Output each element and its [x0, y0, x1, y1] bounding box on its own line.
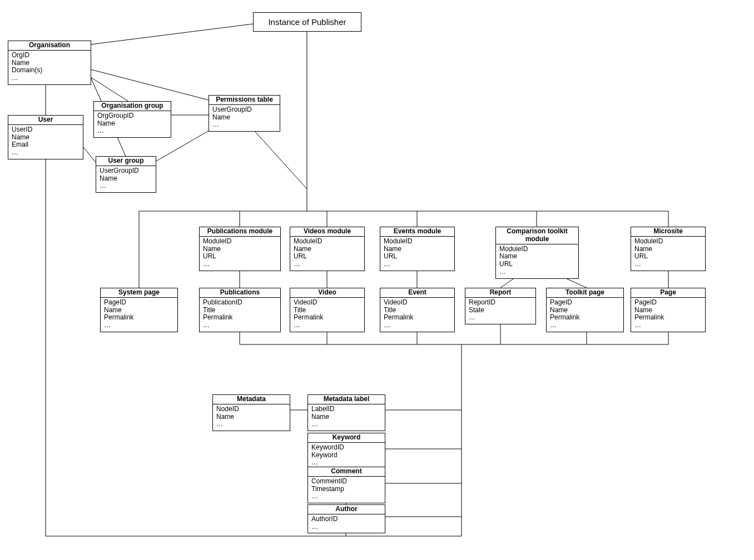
entity-attr: Title	[203, 307, 277, 314]
entity-attr: PageID	[634, 299, 702, 307]
entity-attr: …	[203, 261, 277, 268]
entity-attr: URL	[384, 253, 451, 261]
svg-line-0	[91, 24, 253, 44]
entity-attr: …	[311, 459, 381, 467]
entity-permissions-table: Permissions table UserGroupID Name …	[209, 95, 280, 132]
entity-attr: OrgID	[12, 52, 87, 59]
entity-attr: UserID	[12, 126, 80, 134]
entity-publications: Publications PublicationID Title Permali…	[199, 288, 281, 332]
entity-user-group: User group UserGroupID Name …	[96, 156, 156, 193]
entity-attr: …	[294, 261, 361, 268]
entity-attr: AuthorID	[311, 516, 381, 523]
entity-attr: LabelID	[311, 406, 381, 413]
entity-attr: Keyword	[311, 452, 381, 459]
entity-title: Page	[631, 288, 705, 298]
entity-attr: Name	[550, 307, 620, 314]
entity-attr: ModuleID	[203, 238, 277, 246]
entity-attr: Name	[294, 246, 361, 253]
entity-videos-module: Videos module ModuleID Name URL …	[290, 227, 365, 271]
entity-attr: UserGroupID	[100, 167, 152, 175]
entity-attr: …	[294, 322, 361, 329]
entity-attr: Name	[384, 246, 451, 253]
entity-attr: …	[469, 314, 532, 322]
entity-title: User	[8, 116, 83, 125]
entity-attr: Permalink	[634, 314, 702, 322]
entity-attr: Domain(s)	[12, 67, 87, 74]
entity-page: Page PageID Name Permalink …	[631, 288, 706, 332]
entity-attr: VideoID	[294, 299, 361, 307]
entity-attr: Title	[294, 307, 361, 314]
entity-attr: …	[97, 127, 167, 135]
entity-attr: URL	[634, 253, 702, 261]
svg-line-3	[91, 77, 132, 104]
entity-attr: …	[634, 261, 702, 268]
entity-report: Report ReportID State …	[465, 288, 536, 324]
entity-attr: …	[311, 421, 381, 428]
entity-title: Video	[290, 288, 364, 298]
entity-metadata-label: Metadata label LabelID Name …	[307, 394, 385, 431]
entity-video: Video VideoID Title Permalink …	[290, 288, 365, 332]
entity-attr: …	[12, 74, 87, 82]
svg-line-9	[249, 124, 307, 189]
entity-author: Author AuthorID …	[307, 504, 385, 533]
entity-attr: ReportID	[469, 299, 532, 307]
entity-title: Publications	[200, 288, 280, 298]
entity-attr: …	[550, 322, 620, 329]
entity-attr: UserGroupID	[212, 106, 276, 114]
entity-attr: …	[384, 322, 451, 329]
entity-attr: NodeID	[216, 406, 286, 413]
entity-attr: Name	[634, 246, 702, 253]
entity-keyword: Keyword KeywordID Keyword …	[307, 433, 385, 469]
entity-title: Author	[308, 505, 385, 514]
entity-attr: Name	[12, 59, 87, 67]
entity-attr: …	[311, 523, 381, 531]
entity-attr: …	[384, 261, 451, 268]
entity-attr: URL	[294, 253, 361, 261]
entity-organisation-group: Organisation group OrgGroupID Name …	[93, 101, 171, 138]
entity-events-module: Events module ModuleID Name URL …	[380, 227, 455, 271]
entity-title: Events module	[380, 227, 454, 237]
diagram-canvas: Instance of Publisher Organisation OrgID…	[0, 0, 754, 560]
entity-title: Event	[380, 288, 454, 298]
entity-attr: Name	[203, 246, 277, 253]
entity-title: Organisation	[8, 41, 91, 51]
entity-attr: Name	[212, 114, 276, 122]
entity-attr: Title	[384, 307, 451, 314]
entity-title: Comment	[308, 467, 385, 477]
entity-attr: Name	[311, 413, 381, 421]
entity-attr: Timestamp	[311, 486, 381, 493]
entity-attr: …	[12, 149, 80, 157]
entity-attr: VideoID	[384, 299, 451, 307]
entity-attr: Permalink	[294, 314, 361, 322]
entity-attr: ModuleID	[294, 238, 361, 246]
entity-attr: Name	[100, 175, 152, 183]
entity-title: Metadata label	[308, 395, 385, 404]
entity-microsite: Microsite ModuleID Name URL …	[631, 227, 706, 271]
entity-attr: PageID	[104, 299, 174, 307]
entity-title: Publications module	[200, 227, 280, 237]
entity-title: System page	[101, 288, 177, 298]
svg-line-5	[91, 69, 209, 100]
entity-attr: Permalink	[384, 314, 451, 322]
entity-attr: Email	[12, 141, 80, 149]
entity-attr: Name	[499, 253, 575, 261]
entity-attr: URL	[499, 261, 575, 268]
root-label: Instance of Publisher	[268, 17, 346, 27]
entity-attr: Name	[104, 307, 174, 314]
entity-attr: Name	[12, 134, 80, 142]
entity-comparison-toolkit-module: Comparison toolkit module ModuleID Name …	[495, 227, 579, 279]
entity-title: Comparison toolkit module	[496, 227, 578, 244]
entity-title: User group	[96, 157, 156, 166]
entity-attr: …	[212, 121, 276, 129]
entity-title: Permissions table	[209, 96, 280, 105]
entity-attr: OrgGroupID	[97, 112, 167, 120]
entity-attr: PageID	[550, 299, 620, 307]
entity-metadata: Metadata NodeID Name …	[212, 394, 290, 431]
entity-title: Toolkit page	[547, 288, 623, 298]
entity-attr: Name	[216, 413, 286, 421]
entity-attr: …	[203, 322, 277, 329]
entity-attr: …	[499, 268, 575, 276]
entity-attr: State	[469, 307, 532, 314]
entity-title: Microsite	[631, 227, 705, 237]
entity-attr: KeywordID	[311, 444, 381, 452]
